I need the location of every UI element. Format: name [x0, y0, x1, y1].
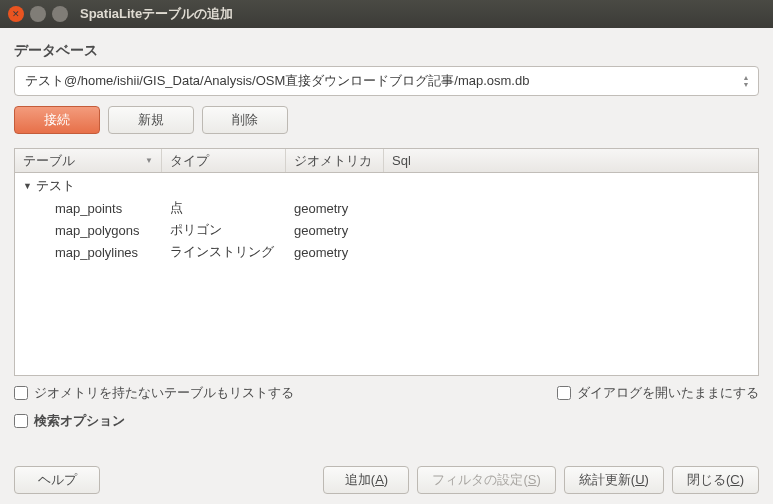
- close-button[interactable]: 閉じる(C): [672, 466, 759, 494]
- sort-icon: ▼: [145, 156, 153, 165]
- table-row[interactable]: map_polygonsポリゴンgeometry: [15, 219, 758, 241]
- group-row[interactable]: ▼ テスト: [15, 175, 758, 197]
- window-title: SpatiaLiteテーブルの追加: [80, 5, 233, 23]
- cell-type: 点: [162, 199, 286, 217]
- cell-type: ポリゴン: [162, 221, 286, 239]
- add-button[interactable]: 追加(A): [323, 466, 409, 494]
- maximize-icon[interactable]: [52, 6, 68, 22]
- table-row[interactable]: map_points点geometry: [15, 197, 758, 219]
- help-button[interactable]: ヘルプ: [14, 466, 100, 494]
- titlebar: ✕ SpatiaLiteテーブルの追加: [0, 0, 773, 28]
- cell-type: ラインストリング: [162, 243, 286, 261]
- checkbox-nogeom-input[interactable]: [14, 386, 28, 400]
- new-button[interactable]: 新規: [108, 106, 194, 134]
- cell-name: map_points: [15, 201, 162, 216]
- filter-button: フィルタの設定(S): [417, 466, 555, 494]
- close-icon[interactable]: ✕: [8, 6, 24, 22]
- database-selected-value: テスト@/home/ishii/GIS_Data/Analysis/OSM直接ダ…: [25, 72, 529, 90]
- table-header: テーブル ▼ タイプ ジオメトリカ Sql: [15, 149, 758, 173]
- header-geom[interactable]: ジオメトリカ: [286, 149, 384, 172]
- cell-name: map_polygons: [15, 223, 162, 238]
- header-sql[interactable]: Sql: [384, 149, 758, 172]
- cell-geom: geometry: [286, 223, 384, 238]
- header-table[interactable]: テーブル ▼: [15, 149, 162, 172]
- database-label: データベース: [14, 42, 759, 60]
- database-select[interactable]: テスト@/home/ishii/GIS_Data/Analysis/OSM直接ダ…: [14, 66, 759, 96]
- checkbox-searchopt-input[interactable]: [14, 414, 28, 428]
- cell-name: map_polylines: [15, 245, 162, 260]
- checkbox-keepopen-input[interactable]: [557, 386, 571, 400]
- dropdown-spinner-icon[interactable]: ▲▼: [738, 69, 754, 93]
- group-name: テスト: [36, 177, 75, 195]
- expand-icon[interactable]: ▼: [23, 181, 32, 191]
- checkbox-searchopt[interactable]: 検索オプション: [14, 412, 759, 430]
- delete-button[interactable]: 削除: [202, 106, 288, 134]
- minimize-icon[interactable]: [30, 6, 46, 22]
- cell-geom: geometry: [286, 245, 384, 260]
- connect-button[interactable]: 接続: [14, 106, 100, 134]
- cell-geom: geometry: [286, 201, 384, 216]
- tables-list[interactable]: テーブル ▼ タイプ ジオメトリカ Sql ▼ テスト map_points点g…: [14, 148, 759, 376]
- table-row[interactable]: map_polylinesラインストリングgeometry: [15, 241, 758, 263]
- checkbox-keepopen[interactable]: ダイアログを開いたままにする: [557, 384, 759, 402]
- window-controls: ✕: [8, 6, 68, 22]
- checkbox-nogeom[interactable]: ジオメトリを持たないテーブルもリストする: [14, 384, 294, 402]
- header-type[interactable]: タイプ: [162, 149, 286, 172]
- stats-update-button[interactable]: 統計更新(U): [564, 466, 664, 494]
